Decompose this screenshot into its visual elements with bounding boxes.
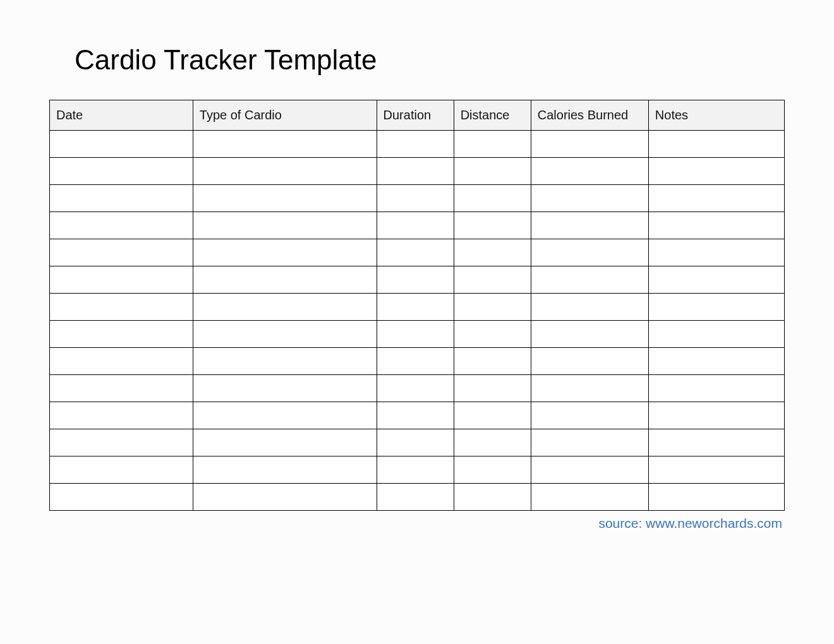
table-cell[interactable] [193,402,377,429]
table-cell[interactable] [531,321,648,348]
table-cell[interactable] [377,456,454,484]
table-cell[interactable] [531,266,648,294]
table-cell[interactable] [531,456,648,484]
table-cell[interactable] [454,402,531,429]
table-cell[interactable] [454,185,531,212]
table-row [50,375,785,402]
table-cell[interactable] [454,484,531,511]
table-cell[interactable] [648,131,784,158]
table-cell[interactable] [454,239,531,266]
source-attribution: source: www.neworchards.com [49,516,785,531]
table-cell[interactable] [531,185,648,212]
table-row [50,402,785,429]
table-cell[interactable] [531,348,648,375]
table-row [50,266,785,294]
table-row [50,239,785,266]
table-cell[interactable] [531,402,648,429]
table-cell[interactable] [454,212,531,239]
table-cell[interactable] [193,321,377,348]
table-cell[interactable] [648,484,784,511]
table-cell[interactable] [50,375,193,402]
table-cell[interactable] [193,185,377,212]
table-cell[interactable] [648,402,784,429]
table-cell[interactable] [531,212,648,239]
table-row [50,294,785,321]
table-row [50,212,785,239]
table-cell[interactable] [648,294,784,321]
table-cell[interactable] [377,321,454,348]
table-cell[interactable] [50,429,193,456]
table-cell[interactable] [454,266,531,294]
table-cell[interactable] [454,321,531,348]
table-cell[interactable] [50,456,193,484]
table-cell[interactable] [648,429,784,456]
table-cell[interactable] [50,266,193,294]
table-cell[interactable] [193,212,377,239]
table-cell[interactable] [648,456,784,484]
table-cell[interactable] [50,131,193,158]
table-cell[interactable] [648,321,784,348]
table-cell[interactable] [648,266,784,294]
table-cell[interactable] [377,294,454,321]
table-cell[interactable] [454,375,531,402]
table-cell[interactable] [531,239,648,266]
page-title: Cardio Tracker Template [75,44,785,76]
table-cell[interactable] [50,294,193,321]
table-cell[interactable] [454,294,531,321]
table-cell[interactable] [648,375,784,402]
table-cell[interactable] [531,131,648,158]
column-header-calories: Calories Burned [531,100,648,131]
table-cell[interactable] [454,429,531,456]
table-cell[interactable] [50,348,193,375]
table-cell[interactable] [531,429,648,456]
table-cell[interactable] [50,212,193,239]
table-cell[interactable] [377,212,454,239]
table-cell[interactable] [193,375,377,402]
table-cell[interactable] [193,239,377,266]
table-cell[interactable] [648,239,784,266]
column-header-duration: Duration [377,100,454,131]
table-cell[interactable] [377,158,454,185]
table-cell[interactable] [377,484,454,511]
table-cell[interactable] [377,375,454,402]
table-cell[interactable] [193,429,377,456]
table-cell[interactable] [377,185,454,212]
table-row [50,131,785,158]
table-cell[interactable] [377,239,454,266]
table-cell[interactable] [193,266,377,294]
table-cell[interactable] [454,456,531,484]
table-cell[interactable] [50,402,193,429]
table-cell[interactable] [648,158,784,185]
cardio-tracker-table: Date Type of Cardio Duration Distance Ca… [49,100,785,511]
table-cell[interactable] [454,131,531,158]
table-cell[interactable] [50,239,193,266]
table-cell[interactable] [648,212,784,239]
table-cell[interactable] [50,484,193,511]
table-cell[interactable] [50,185,193,212]
table-cell[interactable] [531,484,648,511]
table-cell[interactable] [193,456,377,484]
table-cell[interactable] [50,158,193,185]
table-cell[interactable] [454,348,531,375]
table-cell[interactable] [454,158,531,185]
table-cell[interactable] [377,348,454,375]
table-cell[interactable] [193,348,377,375]
column-header-notes: Notes [648,100,784,131]
table-cell[interactable] [193,158,377,185]
table-cell[interactable] [648,185,784,212]
table-cell[interactable] [193,131,377,158]
table-cell[interactable] [377,131,454,158]
table-cell[interactable] [531,158,648,185]
table-header-row: Date Type of Cardio Duration Distance Ca… [50,100,785,131]
table-cell[interactable] [193,294,377,321]
table-row [50,185,785,212]
table-cell[interactable] [531,294,648,321]
column-header-distance: Distance [454,100,531,131]
table-cell[interactable] [377,429,454,456]
table-cell[interactable] [377,402,454,429]
table-cell[interactable] [50,321,193,348]
table-cell[interactable] [648,348,784,375]
table-cell[interactable] [193,484,377,511]
table-cell[interactable] [377,266,454,294]
table-cell[interactable] [531,375,648,402]
